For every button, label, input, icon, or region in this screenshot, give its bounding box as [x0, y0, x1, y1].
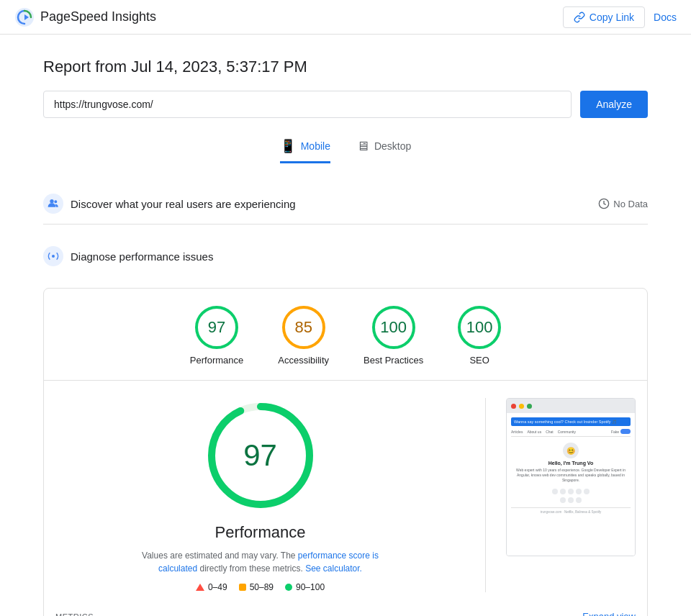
legend-item-medium: 50–89	[239, 582, 274, 592]
preview-footer: trungvose.com · Netflix, Baliness & Spot…	[511, 507, 631, 514]
topbar-left: PageSpeed Insights	[14, 7, 156, 27]
diagnose-icon	[43, 246, 63, 266]
website-preview-panel: Wanna say something cool? Check out Insi…	[506, 398, 636, 592]
tabs: 📱 Mobile 🖥 Desktop	[43, 138, 648, 163]
preview-toggle	[620, 429, 631, 434]
copy-link-button[interactable]: Copy Link	[563, 6, 645, 28]
score-label-best-practices: Best Practices	[363, 355, 423, 366]
expand-view-link[interactable]: Expand view	[582, 611, 636, 616]
desktop-icon: 🖥	[356, 139, 369, 154]
divider	[485, 398, 486, 592]
real-users-icon	[43, 194, 63, 214]
legend-square-icon	[239, 584, 246, 591]
url-input[interactable]	[43, 91, 572, 118]
performance-detail: 97 Performance Values are estimated and …	[44, 381, 647, 604]
score-value-performance: 97	[208, 318, 225, 337]
preview-dot-yellow	[519, 404, 524, 409]
real-users-section: Discover what your real users are experi…	[43, 184, 648, 225]
preview-social-1	[552, 489, 558, 494]
preview-avatar: 😊	[563, 443, 579, 458]
url-row: Analyze	[43, 91, 648, 118]
score-circle-best-practices: 100	[372, 306, 415, 349]
legend: 0–49 50–89 90–100	[196, 582, 325, 592]
docs-link[interactable]: Docs	[654, 12, 677, 23]
score-card-seo[interactable]: 100 SEO	[458, 306, 501, 366]
metrics-label: METRICS	[55, 612, 94, 617]
preview-nav: Articles About us Chat Community Fake	[511, 429, 631, 437]
preview-fake-label: Fake	[611, 430, 619, 434]
preview-nav-chat: Chat	[546, 430, 554, 434]
performance-title: Performance	[215, 523, 306, 542]
preview-icon-a	[560, 497, 566, 503]
performance-note: Values are estimated and may vary. The p…	[131, 549, 390, 575]
legend-item-good: 90–100	[285, 582, 325, 592]
score-cards: 97 Performance 85 Accessibility 100 Best…	[44, 289, 647, 381]
real-users-title: Discover what your real users are experi…	[71, 198, 591, 210]
score-circle-seo: 100	[458, 306, 501, 349]
preview-social-4	[576, 489, 582, 494]
clock-icon	[598, 198, 610, 209]
preview-nav-articles: Articles	[511, 430, 523, 434]
preview-avatar-area: 😊 Hello, I'm Trung Vo Web expert with 10…	[511, 440, 631, 486]
copy-link-label: Copy Link	[590, 12, 634, 23]
preview-dot-red	[511, 404, 516, 409]
no-data-badge: No Data	[598, 198, 648, 209]
analyze-button[interactable]: Analyze	[580, 91, 648, 118]
diagnose-title: Diagnose performance issues	[71, 250, 648, 263]
preview-banner-text: Wanna say something cool? Check out Insi…	[514, 420, 617, 424]
legend-bad-range: 0–49	[208, 582, 227, 592]
mobile-icon: 📱	[280, 138, 296, 154]
preview-nav-about: About us	[527, 430, 541, 434]
legend-circle-icon	[285, 584, 292, 591]
big-score-value: 97	[243, 438, 277, 473]
tab-desktop-label: Desktop	[374, 140, 411, 152]
svg-point-4	[52, 255, 55, 258]
legend-good-range: 90–100	[296, 582, 325, 592]
diagnose-card: 97 Performance 85 Accessibility 100 Best…	[43, 288, 648, 616]
big-score-circle: 97	[203, 398, 318, 513]
diagnose-section-header: Diagnose performance issues	[43, 236, 648, 276]
performance-left: 97 Performance Values are estimated and …	[55, 398, 465, 592]
main-content: Report from Jul 14, 2023, 5:37:17 PM Ana…	[29, 35, 662, 616]
link-icon	[574, 12, 585, 23]
preview-greeting: Hello, I'm Trung Vo	[511, 461, 631, 466]
preview-icon-b	[568, 497, 574, 503]
score-card-best-practices[interactable]: 100 Best Practices	[363, 306, 423, 366]
pagespeed-logo	[14, 7, 35, 27]
preview-icon-c	[576, 497, 582, 503]
preview-footer-text: trungvose.com · Netflix, Baliness & Spot…	[541, 510, 602, 514]
preview-content: Wanna say something cool? Check out Insi…	[507, 413, 635, 556]
preview-fake-toggle: Fake	[611, 429, 631, 434]
score-circle-performance: 97	[195, 306, 238, 349]
preview-social-5	[584, 489, 590, 494]
preview-social-3	[568, 489, 574, 494]
preview-nav-community: Community	[558, 430, 576, 434]
preview-bar	[507, 399, 635, 413]
score-value-seo: 100	[466, 318, 493, 337]
diagnose-wrapper: Diagnose performance issues 97 Performan…	[43, 236, 648, 616]
legend-medium-range: 50–89	[250, 582, 274, 592]
score-card-accessibility[interactable]: 85 Accessibility	[278, 306, 329, 366]
score-card-performance[interactable]: 97 Performance	[190, 306, 243, 366]
preview-icons-row2	[511, 497, 631, 503]
metrics-header: METRICS Expand view	[44, 604, 647, 616]
preview-social-2	[560, 489, 566, 494]
app-title: PageSpeed Insights	[40, 9, 156, 24]
topbar: PageSpeed Insights Copy Link Docs	[0, 0, 691, 35]
tab-desktop[interactable]: 🖥 Desktop	[356, 138, 411, 163]
website-preview: Wanna say something cool? Check out Insi…	[506, 398, 636, 556]
preview-banner: Wanna say something cool? Check out Insi…	[511, 417, 631, 426]
score-label-accessibility: Accessibility	[278, 355, 329, 366]
topbar-right: Copy Link Docs	[563, 6, 677, 28]
tab-mobile[interactable]: 📱 Mobile	[280, 138, 330, 163]
tab-mobile-label: Mobile	[301, 140, 330, 152]
legend-item-bad: 0–49	[196, 582, 227, 592]
no-data-label: No Data	[613, 199, 648, 209]
score-value-accessibility: 85	[294, 318, 312, 337]
legend-triangle-icon	[196, 584, 204, 591]
preview-social-icons	[511, 489, 631, 494]
preview-description: Web expert with 10 years of experience. …	[511, 468, 631, 483]
score-label-seo: SEO	[469, 355, 489, 366]
score-label-performance: Performance	[190, 355, 243, 366]
report-title: Report from Jul 14, 2023, 5:37:17 PM	[43, 58, 648, 76]
